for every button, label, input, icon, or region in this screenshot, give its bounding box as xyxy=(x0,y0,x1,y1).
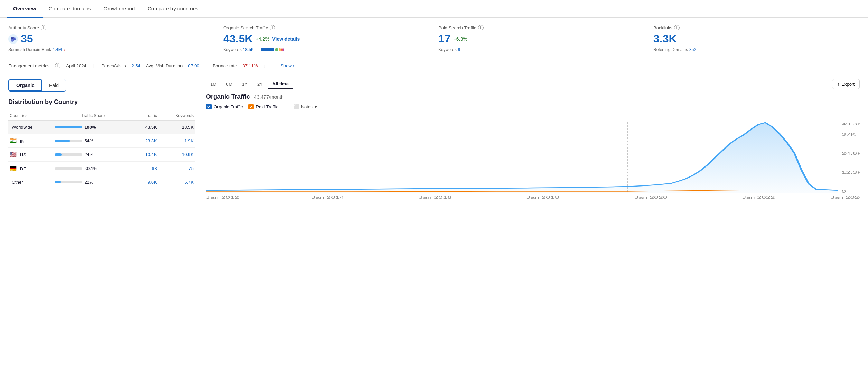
country-name-cell: 🇮🇳 IN xyxy=(8,134,53,148)
pages-visits-value: 2.54 xyxy=(131,63,140,68)
table-row[interactable]: Worldwide 100% 43.5K 18.5K xyxy=(8,121,195,134)
tab-compare-domains[interactable]: Compare domains xyxy=(43,0,97,18)
legend-separator: | xyxy=(285,104,287,109)
traffic-value-cell: 68 xyxy=(133,162,158,175)
organic-traffic-info-icon[interactable]: i xyxy=(270,25,275,30)
traffic-value-cell: 23.3K xyxy=(133,134,158,148)
export-label: Export xyxy=(841,82,855,87)
paid-keywords-label: Keywords xyxy=(438,47,457,52)
backlinks-info-icon[interactable]: i xyxy=(674,25,680,30)
col-countries: Countries xyxy=(8,111,53,121)
country-name: US xyxy=(20,152,26,157)
notes-button[interactable]: ⬜ Notes ▾ xyxy=(293,104,317,109)
semrush-rank-trend-icon: ↓ xyxy=(63,47,65,52)
table-row[interactable]: 🇺🇸 US 24% 10.4K 10.9K xyxy=(8,148,195,162)
country-flag: 🇺🇸 xyxy=(10,152,17,157)
y-label-49k: 49.3K xyxy=(841,122,860,126)
organic-keywords-value[interactable]: 18.5K xyxy=(243,47,254,52)
y-label-37k: 37K xyxy=(841,132,856,136)
organic-keywords-trend-icon: ↑ xyxy=(255,47,257,52)
y-label-0: 0 xyxy=(841,189,846,193)
referring-domains-value[interactable]: 852 xyxy=(689,47,696,52)
country-name-cell: Other xyxy=(8,175,53,189)
traffic-share-pct: 22% xyxy=(84,180,93,185)
traffic-value-cell: 43.5K xyxy=(133,121,158,134)
referring-domains-label: Referring Domains xyxy=(653,47,688,52)
traffic-share-cell: 100% xyxy=(53,121,133,134)
country-name: Worldwide xyxy=(12,125,32,130)
main-content: Organic Paid Distribution by Country Cou… xyxy=(0,72,868,219)
chart-subtitle: 43,477/month xyxy=(254,94,284,100)
country-name-cell: 🇩🇪 DE xyxy=(8,162,53,175)
avg-visit-value: 07:00 xyxy=(188,63,199,68)
paid-traffic-info-icon[interactable]: i xyxy=(478,25,484,30)
tab-overview[interactable]: Overview xyxy=(7,0,43,18)
legend-organic-label: Organic Traffic xyxy=(214,104,243,109)
tab-compare-countries[interactable]: Compare by countries xyxy=(141,0,205,18)
paid-check-icon xyxy=(248,104,254,109)
show-all-link[interactable]: Show all xyxy=(280,63,297,68)
avg-visit-trend-icon: ↓ xyxy=(205,63,207,68)
legend-paid-traffic[interactable]: Paid Traffic xyxy=(248,104,278,109)
y-label-24k: 24.6K xyxy=(841,151,860,155)
organic-tab-btn[interactable]: Organic xyxy=(9,79,42,91)
nav-tabs: Overview Compare domains Growth report C… xyxy=(0,0,868,18)
authority-score-value: 35 xyxy=(21,32,33,45)
legend-organic-traffic[interactable]: Organic Traffic xyxy=(206,104,243,109)
time-btn-all[interactable]: All time xyxy=(268,79,293,89)
authority-score-info-icon[interactable]: i xyxy=(41,25,46,30)
paid-traffic-value: 17 xyxy=(438,32,451,45)
y-label-12k: 12.3K xyxy=(841,170,860,174)
metric-backlinks: Backlinks i 3.3K Referring Domains 852 xyxy=(653,25,860,52)
keywords-value-cell: 5.7K xyxy=(158,175,195,189)
keywords-value-cell: 75 xyxy=(158,162,195,175)
country-name: DE xyxy=(20,166,26,171)
semrush-rank-value[interactable]: 1.4M xyxy=(53,47,62,52)
avg-visit-label: Avg. Visit Duration xyxy=(146,63,183,68)
view-details-link[interactable]: View details xyxy=(272,36,300,42)
authority-score-label: Authority Score xyxy=(8,25,39,30)
export-button[interactable]: ↑ Export xyxy=(832,79,860,89)
backlinks-value: 3.3K xyxy=(653,32,677,45)
x-label-2022: Jan 2022 xyxy=(742,195,775,199)
bounce-rate-value: 37.11% xyxy=(242,63,258,68)
x-label-2018: Jan 2018 xyxy=(526,195,559,199)
col-traffic: Traffic xyxy=(133,111,158,121)
country-name-cell: 🇺🇸 US xyxy=(8,148,53,162)
traffic-share-pct: 100% xyxy=(84,125,96,130)
traffic-share-cell: 22% xyxy=(53,175,133,189)
time-controls: 1M 6M 1Y 2Y All time ↑ Export xyxy=(206,79,860,89)
organic-keywords-label: Keywords xyxy=(223,47,242,52)
time-btn-6m[interactable]: 6M xyxy=(222,79,236,89)
time-btn-1m[interactable]: 1M xyxy=(206,79,221,89)
separator-2: | xyxy=(272,63,273,68)
table-row[interactable]: 🇮🇳 IN 54% 23.3K 1.9K xyxy=(8,134,195,148)
country-name: Other xyxy=(12,180,23,185)
paid-keywords-value[interactable]: 9 xyxy=(458,47,460,52)
organic-check-icon xyxy=(206,104,212,109)
export-icon: ↑ xyxy=(837,82,840,87)
traffic-value-cell: 9.6K xyxy=(133,175,158,189)
pages-visits-label: Pages/Visits xyxy=(101,63,126,68)
tab-growth-report[interactable]: Growth report xyxy=(97,0,141,18)
time-btn-1y[interactable]: 1Y xyxy=(238,79,252,89)
x-label-2020: Jan 2020 xyxy=(635,195,668,199)
x-label-2024: Jan 2024 xyxy=(831,195,860,199)
time-buttons: 1M 6M 1Y 2Y All time xyxy=(206,79,293,89)
col-traffic-share: Traffic Share xyxy=(53,111,133,121)
traffic-share-cell: 24% xyxy=(53,148,133,162)
authority-score-badge-icon: 🫐 xyxy=(8,34,18,44)
paid-tab-btn[interactable]: Paid xyxy=(42,79,66,91)
table-row[interactable]: 🇩🇪 DE <0.1% 68 75 xyxy=(8,162,195,175)
organic-paid-toggle: Organic Paid xyxy=(8,79,66,92)
notes-label: Notes xyxy=(301,104,313,109)
paid-traffic-change: +6.3% xyxy=(454,36,467,42)
engagement-info-icon[interactable]: i xyxy=(55,63,60,68)
country-name: IN xyxy=(20,138,25,144)
backlinks-label: Backlinks xyxy=(653,25,672,30)
metric-paid-search-traffic: Paid Search Traffic i 17 +6.3% Keywords … xyxy=(438,25,645,52)
time-btn-2y[interactable]: 2Y xyxy=(253,79,267,89)
traffic-share-pct: 24% xyxy=(84,152,93,157)
organic-traffic-value: 43.5K xyxy=(223,32,253,45)
table-row[interactable]: Other 22% 9.6K 5.7K xyxy=(8,175,195,189)
